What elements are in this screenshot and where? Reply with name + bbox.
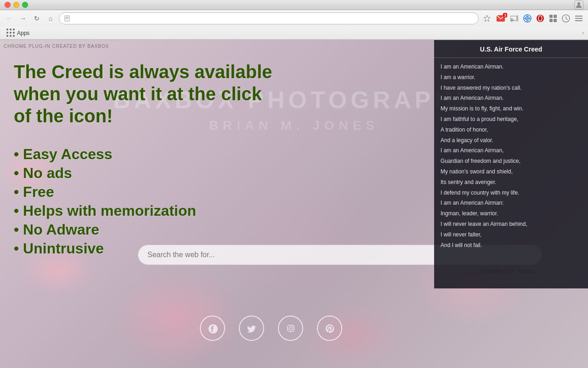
svg-rect-16 [554, 15, 557, 18]
star-icon[interactable] [481, 13, 492, 24]
feature-free: • Free [14, 184, 196, 201]
cast-icon[interactable] [509, 13, 520, 24]
gmail-badge: 3 [503, 13, 507, 17]
pinterest-icon[interactable] [317, 316, 342, 341]
vpn-icon[interactable] [522, 13, 533, 24]
bookmarks-chevron[interactable]: » [582, 30, 584, 35]
facebook-svg [208, 323, 218, 334]
creed-line-4: My mission is to fly, fight, and win. [441, 104, 582, 114]
creed-panel: U.S. Air Force Creed I am an American Ai… [434, 40, 588, 288]
twitter-svg [247, 323, 257, 334]
feature-no-adware: • No Adware [14, 221, 196, 238]
creed-line-15: I will never leave an Airman behind, [441, 219, 582, 230]
browser-content: BAXBOX PHOTOGRAPHY BRIAN M. JONES Chrome… [0, 40, 588, 368]
feature-list: • Easy Access • No ads • Free • Helps wi… [14, 146, 196, 257]
opera-icon[interactable] [535, 13, 546, 24]
creed-line-9: Guardian of freedom and justice, [441, 156, 582, 167]
back-button[interactable]: ← [4, 13, 15, 24]
creed-line-8: I am an American Airman, [441, 145, 582, 156]
traffic-lights [5, 2, 28, 8]
bookmarks-bar: Apps » [0, 27, 588, 40]
svg-marker-5 [484, 15, 490, 22]
svg-rect-1 [65, 16, 69, 21]
profile-icon[interactable] [574, 0, 583, 10]
instagram-svg [286, 323, 296, 334]
reload-button[interactable]: ↻ [31, 13, 42, 24]
creed-line-13: I am an American Airman: [441, 198, 582, 208]
creed-line-2: I have answered my nation's call. [441, 83, 582, 93]
creed-line-5: I am faithful to a proud heritage, [441, 114, 582, 125]
svg-rect-17 [549, 19, 553, 22]
pinterest-svg [325, 323, 335, 334]
apps-label: Apps [17, 30, 29, 36]
maximize-button[interactable] [22, 2, 28, 8]
apps-grid-icon [6, 29, 15, 37]
svg-point-8 [511, 20, 513, 22]
browser-chrome: ← → ↻ ⌂ 3 [0, 10, 588, 40]
page-icon [64, 15, 70, 22]
creed-line-1: I am a warrior. [441, 72, 582, 83]
svg-point-0 [577, 2, 580, 5]
feature-memorization: • Helps with memorization [14, 202, 196, 219]
gmail-icon[interactable]: 3 [494, 13, 507, 24]
forward-button[interactable]: → [17, 13, 28, 24]
creed-line-0: I am an American Airman. [441, 62, 582, 72]
instagram-icon[interactable] [278, 316, 303, 341]
main-headline: The Creed is always available when you w… [14, 61, 280, 127]
svg-rect-18 [554, 19, 557, 22]
creed-line-6: A tradition of honor, [441, 125, 582, 135]
facebook-icon[interactable] [200, 316, 225, 341]
apps-button[interactable]: Apps [4, 28, 32, 38]
toolbar-icons: 3 [481, 13, 584, 24]
creed-line-17: And I will not fail. [441, 240, 582, 251]
creed-line-7: And a legacy of valor. [441, 135, 582, 146]
minimize-button[interactable] [13, 2, 19, 8]
address-input[interactable] [73, 15, 474, 22]
svg-point-25 [292, 326, 293, 327]
creed-line-14: Ingman, leader, warrior. [441, 208, 582, 219]
creed-line-12: I defend my country with my life. [441, 188, 582, 198]
twitter-icon[interactable] [239, 316, 264, 341]
plugin-banner: Chrome Plug-In Created By BaxBox [4, 44, 109, 49]
creed-title: U.S. Air Force Creed [434, 40, 588, 58]
home-button[interactable]: ⌂ [45, 13, 56, 24]
creed-line-3: I am an American Airman. [441, 93, 582, 104]
close-button[interactable] [5, 2, 11, 8]
update-icon[interactable] [560, 13, 571, 24]
social-icons [0, 316, 542, 341]
creed-text: I am an American Airman. I am a warrior.… [434, 62, 588, 250]
feature-no-ads: • No ads [14, 165, 196, 182]
extensions-icon[interactable] [548, 13, 559, 24]
creed-line-16: I will never falter, [441, 230, 582, 240]
creed-line-10: My nation's sword and shield, [441, 167, 582, 177]
svg-point-24 [289, 327, 292, 330]
title-bar [0, 0, 588, 10]
svg-rect-15 [549, 15, 553, 18]
creed-line-11: Its sentry and avenger. [441, 177, 582, 188]
nav-bar: ← → ↻ ⌂ 3 [0, 10, 588, 27]
address-bar [59, 12, 479, 24]
feature-easy-access: • Easy Access [14, 146, 196, 163]
menu-button[interactable] [573, 13, 584, 24]
